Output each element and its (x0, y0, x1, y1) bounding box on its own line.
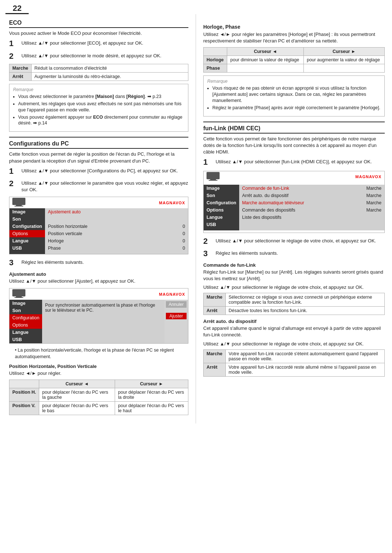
horloge-phase-title: Horloge, Phase (203, 24, 385, 30)
eco-note-item-1: Vous devez sélectionner le paramètre [Ma… (18, 94, 184, 100)
fl-marche-5 (350, 214, 384, 221)
ajustement-auto-text: Utilisez ▲/▼ pour sélectionner [Ajuster]… (9, 278, 188, 284)
eco-arret-label: Arrêt (9, 72, 32, 81)
fl-item-liste: Liste des dispositifs (239, 214, 350, 221)
pos-v-label: Position V. (9, 402, 39, 415)
magnavox-logo-2: MAGNAVOX (159, 292, 185, 296)
pos-h-left: pour déplacer l'écran du PC vers la gauc… (39, 388, 115, 402)
arret-auto-arret-label: Arrêt (204, 363, 226, 376)
ajust-label-image: Image (9, 300, 42, 307)
magnavox-logo-3: MAGNAVOX (355, 175, 381, 179)
eco-note-box: Remarque Vous devez sélectionner le para… (9, 84, 188, 132)
config-step2-num: 2 (9, 179, 19, 188)
horloge-phase-note: Remarque Vous risquez de ne pas obtenir … (203, 75, 385, 116)
hp-note-item-1: Vous risquez de ne pas obtenir un écran … (212, 85, 381, 104)
config-step2-text: Utilisez ▲/▼ pour sélectionner le paramè… (21, 179, 188, 193)
menu-label-usb: USB (9, 245, 45, 252)
position-hv-text: Utilisez ◄/► pour régler. (9, 370, 188, 377)
tv-icon-2 (12, 289, 25, 299)
page-number: 22 (5, 0, 29, 14)
config-step1-num: 1 (9, 167, 19, 176)
menu-label-son: Son (9, 216, 45, 223)
pos-hv-cursor-right: Curseur ► (115, 380, 188, 388)
eco-step1-num: 1 (9, 39, 19, 48)
fl-step2-text: Utilisez ▲/▼ pour sélectionner le réglag… (216, 237, 376, 244)
svg-rect-3 (12, 289, 25, 296)
hp-note-title: Remarque (207, 79, 381, 84)
menu-label-image: Image (9, 208, 45, 216)
fl-marche-7 (350, 228, 384, 230)
ajust-label-langue: Langue (9, 329, 42, 336)
eco-step2-text: Utilisez ▲/▼ pour sélectionner le mode d… (21, 52, 162, 59)
position-note: • La position horizontale/verticale, l'h… (15, 347, 188, 360)
config-pc-menu: Image Ajustement auto Son Configuration … (9, 208, 188, 254)
fl-label-options: Options (204, 206, 239, 214)
pos-hv-header-blank (9, 380, 39, 388)
pos-hv-cursor-left: Curseur ◄ (39, 380, 115, 388)
fl-label-blank (204, 228, 239, 230)
fl-step3-num: 3 (203, 249, 213, 258)
svg-rect-2 (15, 206, 23, 206)
horloge-phase-intro: Utilisez ◄/► pour régler les paramètres … (203, 31, 385, 44)
commande-fl-title: Commande de fun-Link (203, 262, 385, 268)
fl-marche-6 (350, 221, 384, 228)
eco-note-title: Remarque (13, 87, 184, 92)
ajust-label-son: Son (9, 307, 42, 314)
arret-auto-title: Arrêt auto. du dispositif (203, 319, 385, 324)
btn-annuler: Annuler (166, 301, 187, 308)
fl-item-blank (239, 221, 350, 228)
eco-intro: Vous pouvez activer le Mode ECO pour éco… (9, 30, 188, 37)
svg-rect-8 (209, 180, 217, 181)
config-step3-text: Réglez les éléments suivants. (21, 258, 84, 266)
menu-item-blank1-val (166, 252, 188, 254)
commande-fl-arret-label: Arrêt (204, 307, 226, 315)
menu-item-son (45, 216, 166, 223)
config-step1-text: Utilisez ▲/▼ pour sélectionner [Configur… (21, 167, 178, 174)
eco-marche-label: Marche (9, 64, 32, 72)
eco-marche-value: Réduit la consommation d'électricité (31, 64, 188, 72)
config-step3-num: 3 (9, 258, 19, 267)
commande-fl-text: Réglez fun-Link sur [Marche] ou sur [Arr… (203, 269, 385, 282)
fun-link-tv-screen: MAGNAVOX Image Commande de fun-Link Marc… (203, 171, 385, 233)
fun-link-menu: Image Commande de fun-Link Marche Son Ar… (204, 185, 384, 230)
magnavox-logo-1: MAGNAVOX (159, 201, 185, 205)
hp-header-blank (204, 48, 227, 56)
menu-item-blank1 (45, 252, 166, 254)
horloge-label: Horloge (204, 56, 227, 64)
ajust-label-usb: USB (9, 336, 42, 343)
ajust-label-config: Configuration (9, 314, 42, 321)
eco-note-item-3: Vous pouvez également appuyer sur ECO di… (18, 114, 184, 127)
fl-label-image: Image (204, 185, 239, 192)
fl-item-commande: Commande de fun-Link (239, 185, 350, 192)
menu-label-langue: Langue (9, 237, 45, 245)
fl-item-commande-disp: Commande des dispositifs (239, 206, 350, 214)
hp-note-item-2: Réglez le paramètre [Phase] après avoir … (212, 105, 381, 111)
menu-item-phase: Phase (45, 245, 166, 252)
fl-label-config: Configuration (204, 199, 239, 206)
arret-auto-text2: Utilisez ▲/▼ pour sélectionner le réglag… (203, 341, 385, 347)
ajustement-tv-screen: MAGNAVOX Image Pour synchroniser automat… (9, 288, 188, 344)
hp-cursor-right: Curseur ► (304, 48, 385, 56)
phase-label: Phase (204, 64, 227, 73)
fl-item-marche-auto: Marche automatique téléviseur (239, 199, 350, 206)
eco-step2-num: 2 (9, 52, 19, 61)
fl-marche-2: Marche (350, 192, 384, 199)
position-hv-table: Curseur ◄ Curseur ► Position H. pour dép… (9, 380, 188, 415)
menu-label-config: Configuration (9, 223, 45, 230)
fl-item-arret-auto: Arrêt auto. du dispositif (239, 192, 350, 199)
pos-v-right: pour déplacer l'écran du PC vers le haut (115, 402, 188, 415)
ajust-label-options: Options (9, 321, 42, 329)
fl-label-son: Son (204, 192, 239, 199)
arret-auto-table: Marche Votre appareil fun-Link raccordé … (203, 349, 385, 377)
fl-step1-text: Utilisez ▲/▼ pour sélectionner [fun-Link… (216, 157, 372, 165)
arret-auto-arret-value: Votre appareil fun-Link raccordé reste a… (225, 363, 384, 376)
menu-item-pos-v: Position verticale (45, 230, 166, 237)
svg-rect-0 (12, 198, 25, 205)
eco-arret-value: Augmenter la luminosité du rétro-éclaira… (31, 72, 188, 81)
fun-link-intro: Cette fonction vous permet de faire fonc… (203, 136, 385, 156)
commande-fl-marche-value: Sélectionnez ce réglage si vous avez con… (225, 293, 384, 307)
horloge-left: pour diminuer la valeur de réglage (227, 56, 304, 64)
position-hv-title: Position Horizontale, Position Verticale (9, 364, 188, 369)
pos-h-label: Position H. (9, 388, 39, 402)
arret-auto-text: Cet appareil s'allume quand le signal d'… (203, 325, 385, 338)
